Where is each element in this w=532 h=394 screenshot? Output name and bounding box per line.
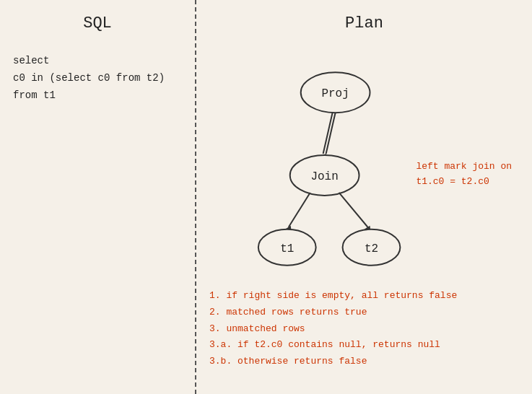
svg-line-9 (339, 193, 368, 227)
main-container: SQL select c0 in (select c0 from t2) fro… (0, 0, 532, 394)
sql-line-3: from t1 (13, 89, 56, 101)
note-3: 3. unmatched rows (209, 321, 519, 338)
svg-text:t2: t2 (365, 242, 378, 255)
join-annotation-line2: t1.c0 = t2.c0 (416, 176, 489, 187)
plan-notes: 1. if right side is empty, all returns f… (209, 288, 519, 370)
note-3a: 3.a. if t2.c0 contains null, returns nul… (209, 337, 519, 354)
svg-text:Join: Join (310, 170, 338, 183)
note-1: 1. if right side is empty, all returns f… (209, 288, 519, 305)
sql-title: SQL (13, 14, 182, 32)
plan-diagram: Proj Join t1 t2 (209, 53, 519, 284)
note-3b: 3.b. otherwise returns false (209, 354, 519, 370)
sql-line-2: c0 in (select c0 from t2) (13, 72, 165, 84)
join-annotation-line1: left mark join on (416, 161, 512, 172)
sql-line-1: select (13, 55, 49, 66)
plan-panel: Plan Proj Join (196, 0, 532, 394)
plan-title: Plan (209, 14, 519, 32)
sql-code-block: select c0 in (select c0 from t2) from t1 (13, 53, 182, 104)
svg-line-7 (289, 193, 310, 227)
svg-text:t1: t1 (280, 242, 294, 255)
note-2: 2. matched rows returns true (209, 305, 519, 321)
svg-text:Proj: Proj (321, 87, 349, 100)
sql-panel: SQL select c0 in (select c0 from t2) fro… (0, 0, 195, 394)
join-annotation: left mark join on t1.c0 = t2.c0 (416, 159, 512, 190)
